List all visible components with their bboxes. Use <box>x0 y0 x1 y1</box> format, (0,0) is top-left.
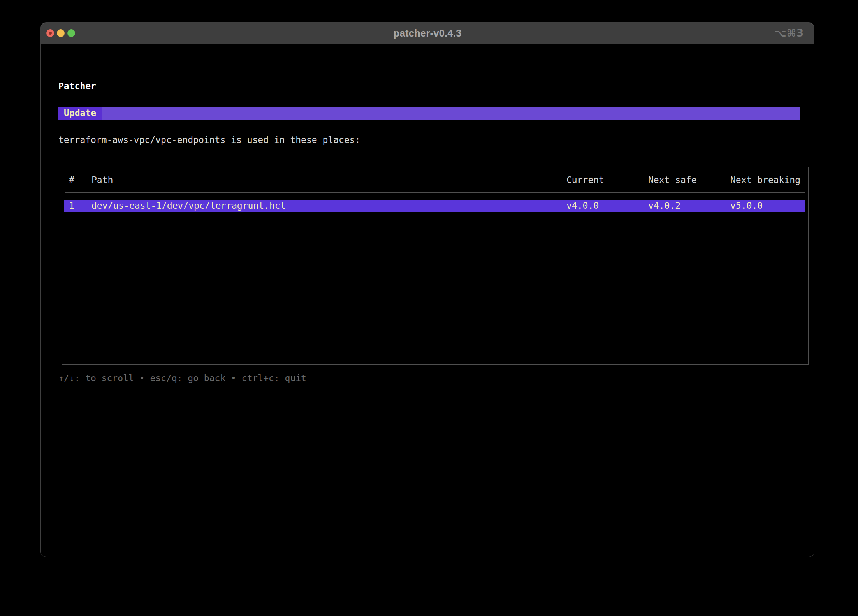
titlebar: patcher-v0.4.3 ⌥⌘3 <box>41 23 814 44</box>
header-separator <box>65 192 805 193</box>
traffic-lights <box>46 23 75 44</box>
tab-bar: Update <box>58 107 800 120</box>
column-header-number: # <box>69 175 91 185</box>
window-shortcut-indicator: ⌥⌘3 <box>775 27 804 39</box>
zoom-button[interactable] <box>67 29 75 37</box>
terminal-window: patcher-v0.4.3 ⌥⌘3 Patcher Update terraf… <box>40 22 814 557</box>
tab-update[interactable]: Update <box>58 107 102 120</box>
close-button[interactable] <box>46 29 54 37</box>
app-heading: Patcher <box>58 81 96 92</box>
row-current-cell: v4.0.0 <box>566 201 648 211</box>
places-table: # Path Current Next safe Next breaking 1… <box>62 167 809 365</box>
row-number-cell: 1 <box>69 201 91 211</box>
row-next-breaking-cell: v5.0.0 <box>730 201 805 211</box>
help-bar: ↑/↓: to scroll • esc/q: go back • ctrl+c… <box>58 373 306 384</box>
window-title: patcher-v0.4.3 <box>394 27 462 39</box>
row-path-cell: dev/us-east-1/dev/vpc/terragrunt.hcl <box>91 201 566 211</box>
table-row[interactable]: 1 dev/us-east-1/dev/vpc/terragrunt.hcl v… <box>64 200 805 212</box>
column-header-next-safe: Next safe <box>648 175 730 185</box>
minimize-button[interactable] <box>57 29 65 37</box>
usage-line: terraform-aws-vpc/vpc-endpoints is used … <box>58 135 360 145</box>
column-header-next-breaking: Next breaking <box>730 175 808 185</box>
column-header-path: Path <box>91 175 566 185</box>
table-header-row: # Path Current Next safe Next breaking <box>62 167 808 185</box>
column-header-current: Current <box>566 175 648 185</box>
row-next-safe-cell: v4.0.2 <box>648 201 730 211</box>
